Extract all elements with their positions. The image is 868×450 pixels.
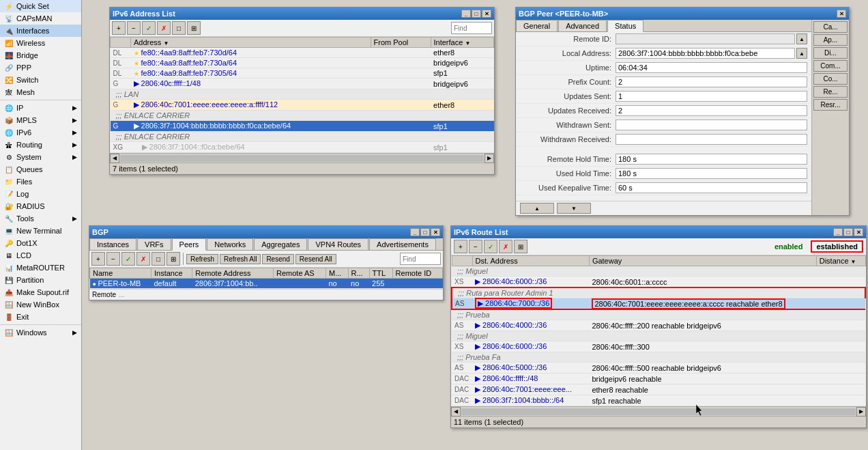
ipv6-close-btn[interactable]: ✕ [482, 10, 491, 18]
sidebar-item-partition[interactable]: 💾 Partition [0, 274, 81, 286]
bgp-enable-btn[interactable]: ✓ [121, 252, 135, 266]
copy-peer-btn[interactable]: Co... [813, 73, 848, 85]
col-gateway[interactable]: Gateway [589, 256, 816, 266]
table-row[interactable]: XG ▶ 2806:3f7:1004::f0ca:bebe/64 sfp1 [111, 142, 494, 153]
col-remote-as[interactable]: Remote AS [274, 268, 326, 279]
route-hscroll-track[interactable] [461, 408, 856, 415]
col-remote-id[interactable]: Remote ID [392, 268, 442, 279]
sidebar-item-mesh[interactable]: 🕸 Mesh [0, 86, 81, 98]
col-address[interactable]: Address ▼ [131, 38, 371, 48]
col-remote-address[interactable]: Remote Address [192, 268, 274, 279]
disable-btn[interactable]: Di... [813, 47, 848, 59]
table-row[interactable]: G ▶ 2806:40c:ffff::1/48 bridgeipv6 [111, 79, 494, 89]
bgp-refresh-all-btn[interactable]: Refresh All [220, 254, 261, 264]
sidebar-item-makesupout[interactable]: 📤 Make Supout.rif [0, 286, 81, 298]
apply-btn[interactable]: Ap... [813, 34, 848, 46]
tab-advanced[interactable]: Advanced [558, 20, 607, 31]
hscroll-left[interactable]: ◀ [110, 154, 119, 163]
ipv6-enable-btn[interactable]: ✓ [142, 21, 156, 35]
col-from-pool[interactable]: From Pool [371, 38, 431, 48]
route-maximize-btn[interactable]: □ [843, 228, 853, 236]
tab-status[interactable]: Status [607, 20, 643, 32]
table-row[interactable]: DAC ▶ 2806:40c:ffff::/48 bridgeipv6 reac… [452, 374, 865, 384]
col-instance[interactable]: Instance [151, 268, 192, 279]
cancel-btn[interactable]: Ca... [813, 21, 848, 33]
sidebar-item-switch[interactable]: 🔀 Switch [0, 74, 81, 86]
bgp-add-btn[interactable]: + [91, 252, 105, 266]
sidebar-item-lcd[interactable]: 🖥 LCD [0, 249, 81, 262]
sidebar-item-quickset[interactable]: ⚡ Quick Set [0, 0, 81, 12]
sidebar-item-metarouter[interactable]: 📊 MetaROUTER [0, 262, 81, 274]
reset-counters-btn[interactable]: Resr... [813, 99, 848, 111]
tab-instances[interactable]: Instances [89, 238, 136, 250]
sidebar-item-tools[interactable]: 🔧 Tools ▶ [0, 212, 81, 225]
tab-vpn4routes[interactable]: VPN4 Routes [308, 238, 368, 250]
table-row[interactable]: DL ★ fe80::4aa9:8aff:feb7:7305/64 sfp1 [111, 68, 494, 79]
sidebar-item-exit[interactable]: 🚪 Exit [0, 311, 81, 323]
route-hscroll-right[interactable]: ▶ [856, 407, 866, 417]
sidebar-item-dot1x[interactable]: 🔑 Dot1X [0, 237, 81, 249]
sidebar-item-interfaces[interactable]: 🔌 Interfaces [0, 25, 81, 37]
tab-vrfs[interactable]: VRFs [137, 238, 171, 250]
bgp-resend-all-btn[interactable]: Resend All [295, 254, 336, 264]
col-dst-address[interactable]: Dst. Address [472, 256, 589, 266]
remote-id-scroll[interactable]: ▲ [796, 33, 807, 44]
tab-aggregates[interactable]: Aggregates [254, 238, 307, 250]
ipv6-search-input[interactable] [451, 22, 492, 34]
bgp-refresh-btn[interactable]: Refresh [186, 254, 218, 264]
bgp-search-input[interactable] [400, 253, 441, 265]
tab-general[interactable]: General [516, 20, 558, 31]
sidebar-item-bridge[interactable]: 🌉 Bridge [0, 49, 81, 61]
route-filter-btn[interactable]: ⊞ [514, 240, 527, 253]
bgp-filter-btn[interactable]: ⊞ [167, 252, 180, 266]
tab-peers[interactable]: Peers [172, 238, 207, 251]
route-enable-btn[interactable]: ✓ [484, 240, 497, 253]
route-close-btn[interactable]: ✕ [854, 228, 863, 236]
col-r[interactable]: R... [348, 268, 369, 279]
col-row-type[interactable] [452, 256, 472, 266]
sidebar-item-newwinbox[interactable]: 🪟 New WinBox [0, 298, 81, 311]
col-type[interactable] [111, 38, 131, 48]
sidebar-item-capsman[interactable]: 📡 CAPsMAN [0, 12, 81, 25]
table-row[interactable]: DL ★ fe80::4aa9:8aff:feb7:730a/64 bridge… [111, 58, 494, 68]
route-add-btn[interactable]: + [454, 240, 467, 253]
table-row[interactable]: G ▶ 2806:3f7:1004:bbbb:bbbb:bbbb:f0ca:be… [111, 121, 494, 132]
tab-networks[interactable]: Networks [207, 238, 253, 250]
bgp-close-btn[interactable]: ✕ [431, 228, 440, 236]
route-disable-btn[interactable]: ✗ [499, 240, 512, 253]
bgp-peer-close-btn[interactable]: ✕ [837, 10, 846, 18]
sidebar-item-system[interactable]: ⚙ System ▶ [0, 151, 81, 163]
remove-peer-btn[interactable]: Re... [813, 86, 848, 98]
col-ttl[interactable]: TTL [369, 268, 392, 279]
table-row[interactable]: DL ★ fe80::4aa9:8aff:feb7:730d/64 ether8 [111, 48, 494, 58]
table-row[interactable]: XS ▶ 2806:40c:6000::/36 2806:40c:ffff::3… [452, 341, 865, 352]
sidebar-item-ip[interactable]: 🌐 IP ▶ [0, 102, 81, 114]
sidebar-item-queues[interactable]: 📋 Queues [0, 163, 81, 175]
bgp-maximize-btn[interactable]: □ [420, 228, 430, 236]
scroll-up-btn[interactable]: ▲ [520, 203, 554, 214]
sidebar-item-ipv6[interactable]: 🌐 IPv6 ▶ [0, 126, 81, 139]
bgp-disable-btn[interactable]: ✗ [136, 252, 150, 266]
bgp-remove-btn[interactable]: − [106, 252, 120, 266]
table-row[interactable]: AS ▶ 2806:40c:5000::/36 2806:40c:ffff::5… [452, 363, 865, 374]
sidebar-item-radius[interactable]: 🔐 RADIUS [0, 200, 81, 212]
local-addr-scroll[interactable]: ▲ [796, 48, 807, 59]
bgp-copy-btn[interactable]: □ [151, 252, 165, 266]
route-remove-btn[interactable]: − [469, 240, 482, 253]
table-row[interactable]: AS ▶ 2806:40c:7000::/36 2806:40c:7001:ee… [452, 298, 865, 310]
table-row[interactable]: XS ▶ 2806:40c:6000::/36 2806:40c:6001::a… [452, 277, 865, 288]
ipv6-filter-btn[interactable]: ⊞ [187, 21, 201, 35]
sidebar-item-files[interactable]: 📁 Files [0, 175, 81, 188]
sidebar-item-wireless[interactable]: 📶 Wireless [0, 37, 81, 49]
col-interface[interactable]: Interface ▼ [431, 38, 493, 48]
ipv6-disable-btn[interactable]: ✗ [157, 21, 171, 35]
sidebar-item-mpls[interactable]: 📦 MPLS ▶ [0, 114, 81, 126]
route-hscroll-left[interactable]: ◀ [451, 407, 461, 417]
col-name[interactable]: Name [90, 268, 151, 279]
table-row[interactable]: DAC ▶ 2806:3f7:1004:bbbb::/64 sfp1 reach… [452, 395, 865, 406]
sidebar-item-ppp[interactable]: 🔗 PPP [0, 61, 81, 74]
sidebar-item-newterminal[interactable]: 💻 New Terminal [0, 225, 81, 237]
sidebar-item-routing[interactable]: 🛣 Routing ▶ [0, 139, 81, 151]
table-row[interactable]: AS ▶ 2806:40c:4000::/36 2806:40c:ffff::2… [452, 320, 865, 331]
ipv6-maximize-btn[interactable]: □ [472, 10, 481, 18]
